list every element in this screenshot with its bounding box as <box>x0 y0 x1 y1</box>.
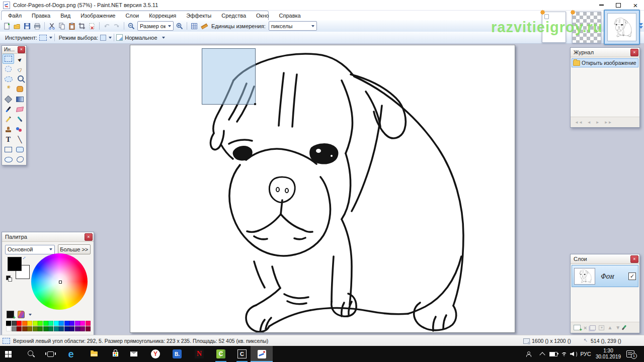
palette-swatch[interactable] <box>43 326 48 331</box>
taskbar-edge[interactable] <box>63 346 78 362</box>
zoom-level-combo[interactable]: Размер ок <box>137 21 174 31</box>
task-view-button[interactable] <box>43 346 58 362</box>
tool-ellipse-select[interactable] <box>3 74 14 84</box>
palette-swatch[interactable] <box>6 326 11 331</box>
zoom-in-button[interactable] <box>175 21 185 31</box>
palette-swatch[interactable] <box>12 326 17 331</box>
tool-magic-wand[interactable] <box>3 84 14 94</box>
palette-swatch[interactable] <box>27 326 32 331</box>
reset-colors-icon[interactable] <box>6 276 11 280</box>
open-button[interactable] <box>12 21 22 31</box>
palette-swatch[interactable] <box>75 321 80 326</box>
minimize-button[interactable] <box>593 0 610 10</box>
paste-button[interactable] <box>67 21 77 31</box>
menu-window[interactable]: Окно <box>251 13 274 19</box>
taskbar-mail[interactable] <box>126 346 141 362</box>
palette-swatch[interactable] <box>59 326 64 331</box>
palette-swatch[interactable] <box>17 326 22 331</box>
close-button[interactable] <box>627 0 644 10</box>
palette-swatch[interactable] <box>38 326 43 331</box>
history-fast-forward-button[interactable]: ►► <box>604 120 612 125</box>
taskbar-store[interactable] <box>108 346 123 362</box>
palette-swatch[interactable] <box>48 326 53 331</box>
palette-more-button[interactable]: Больше >> <box>58 244 91 254</box>
palette-mode-combo[interactable]: Основной <box>5 245 55 254</box>
taskbar-search-button[interactable] <box>24 346 39 362</box>
tool-move-selected-pixels[interactable] <box>14 54 26 64</box>
history-redo-button[interactable]: ► <box>596 120 600 125</box>
zoom-out-button[interactable] <box>126 21 136 31</box>
add-color-button[interactable] <box>7 311 14 318</box>
tool-eraser[interactable] <box>14 104 26 114</box>
menu-layers[interactable]: Слои <box>120 13 144 19</box>
tool-paintbrush[interactable] <box>3 104 14 114</box>
history-item-open-image[interactable]: Открыть изображение <box>572 58 638 67</box>
palette-swatch[interactable] <box>86 326 91 331</box>
palette-menu-button[interactable] <box>18 311 25 318</box>
palette-swatch[interactable] <box>43 321 48 326</box>
tool-recolor[interactable] <box>14 124 26 134</box>
history-undo-button[interactable]: ◄ <box>587 120 591 125</box>
layer-row-background[interactable]: Фон ✓ <box>572 265 638 287</box>
palette-swatch[interactable] <box>80 326 85 331</box>
tool-pencil[interactable] <box>3 114 14 124</box>
tool-ellipse[interactable] <box>3 154 14 164</box>
tool-rectangle-select[interactable] <box>3 54 14 64</box>
tool-freeform-shape[interactable] <box>14 154 26 164</box>
tool-pan[interactable] <box>14 84 26 94</box>
menu-edit[interactable]: Правка <box>27 13 55 19</box>
menu-help[interactable]: Справка <box>274 13 306 19</box>
palette-swatch[interactable] <box>33 321 38 326</box>
tray-volume-button[interactable] <box>568 346 580 362</box>
tool-move-selection[interactable] <box>14 64 26 74</box>
palette-swatch[interactable] <box>75 326 80 331</box>
move-layer-up-button[interactable]: ▲ <box>607 325 612 330</box>
tool-zoom[interactable] <box>14 74 26 84</box>
tool-lasso-select[interactable] <box>3 64 14 74</box>
primary-color-swatch[interactable] <box>8 257 22 271</box>
image-list-chevron-icon[interactable] <box>639 23 643 29</box>
new-button[interactable] <box>2 21 12 31</box>
taskbar-netflix[interactable] <box>192 346 207 362</box>
delete-layer-button[interactable]: × <box>584 325 587 331</box>
history-close-button[interactable]: × <box>630 49 638 56</box>
palette-swatch[interactable] <box>17 321 22 326</box>
copy-button[interactable] <box>57 21 67 31</box>
palette-swatch[interactable] <box>27 321 32 326</box>
palette-swatch[interactable] <box>69 321 74 326</box>
selection-rectangle[interactable] <box>202 48 256 105</box>
blend-mode-button[interactable]: Нормальное <box>116 33 165 42</box>
taskbar-camtasia-recorder[interactable] <box>234 346 250 362</box>
taskbar-file-explorer[interactable] <box>87 346 102 362</box>
cut-button[interactable] <box>47 21 57 31</box>
tool-color-picker[interactable] <box>14 114 26 124</box>
palette-swatch[interactable] <box>54 326 59 331</box>
chevron-down-icon[interactable] <box>29 314 32 316</box>
start-button[interactable] <box>3 346 18 362</box>
taskbar-camtasia[interactable] <box>213 346 228 362</box>
add-layer-button[interactable] <box>574 325 581 330</box>
save-button[interactable] <box>22 21 32 31</box>
tool-text[interactable] <box>3 134 14 144</box>
taskbar-b-app[interactable] <box>170 346 185 362</box>
tools-panel-close-button[interactable]: × <box>18 46 25 53</box>
swap-colors-icon[interactable]: ↕ <box>22 255 27 260</box>
taskbar-yandex-browser[interactable] <box>148 346 163 362</box>
tray-people-button[interactable] <box>523 346 535 362</box>
menu-view[interactable]: Вид <box>55 13 75 19</box>
palette-swatch[interactable] <box>48 321 53 326</box>
palette-swatch[interactable] <box>54 321 59 326</box>
tool-line-curve[interactable] <box>14 134 26 144</box>
units-combo[interactable]: пикселы <box>269 21 317 31</box>
tray-battery-button[interactable] <box>547 346 559 362</box>
layer-visibility-checkbox[interactable]: ✓ <box>628 273 636 280</box>
palette-swatch[interactable] <box>69 326 74 331</box>
move-layer-down-button[interactable]: ▼ <box>615 325 620 330</box>
palette-swatch[interactable] <box>6 321 11 326</box>
palette-swatch[interactable] <box>64 326 69 331</box>
palette-swatch[interactable] <box>38 321 43 326</box>
tool-paint-bucket[interactable] <box>3 94 14 104</box>
tray-language-button[interactable]: РУС <box>579 346 593 362</box>
image-thumbnail-active[interactable] <box>604 10 640 45</box>
current-tool-button[interactable] <box>39 33 52 42</box>
